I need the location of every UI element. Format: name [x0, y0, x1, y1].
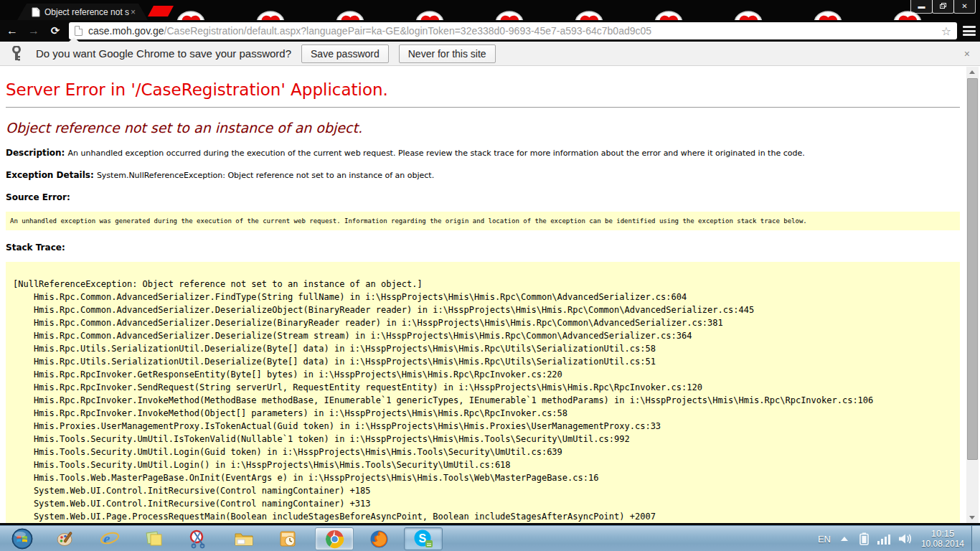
error-page: Server Error in '/CaseRegistration' Appl…: [0, 67, 980, 523]
browser-toolbar: ← → ⟳ case.moh.gov.ge/CaseRegistration/d…: [0, 20, 980, 42]
password-infobar: Do you want Google Chrome to save your p…: [0, 42, 980, 66]
chrome-icon: [325, 529, 344, 549]
infobar-close-icon[interactable]: ×: [964, 48, 970, 60]
error-subtitle: Object reference not set to an instance …: [6, 120, 958, 136]
stack-trace-label: Stack Trace:: [6, 242, 958, 253]
snipping-tool-icon: [189, 529, 209, 549]
battery-icon[interactable]: [859, 532, 869, 545]
taskbar-item-internet-explorer[interactable]: e: [90, 527, 129, 550]
infobar-pointer: [69, 37, 79, 42]
url-path: /CaseRegistration/default.aspx?languageP…: [164, 25, 652, 37]
exception-label: Exception Details:: [6, 170, 97, 180]
never-for-site-button[interactable]: Never for this site: [399, 44, 496, 63]
restore-button[interactable]: [932, 0, 954, 14]
taskbar-item-chrome-active[interactable]: [315, 527, 354, 550]
scrollbar-thumb[interactable]: [967, 78, 978, 460]
forward-icon[interactable]: →: [24, 24, 43, 37]
exception-text: System.NullReferenceException: Object re…: [97, 171, 434, 180]
taskbar-item-skype-active[interactable]: S: [404, 527, 443, 550]
address-bar[interactable]: case.moh.gov.ge/CaseRegistration/default…: [69, 22, 957, 39]
bookmark-star-icon[interactable]: ☆: [941, 24, 951, 38]
show-desktop-button[interactable]: [971, 526, 980, 551]
stack-trace-text: [NullReferenceException: Object referenc…: [13, 278, 956, 523]
language-indicator[interactable]: EN: [818, 534, 831, 545]
windows-start-icon: [11, 528, 33, 550]
sticky-notes-icon: [145, 529, 164, 548]
reload-icon[interactable]: ⟳: [46, 24, 65, 37]
taskbar: e: [0, 525, 980, 551]
paint-icon: [56, 529, 75, 548]
vertical-scrollbar[interactable]: [966, 67, 979, 523]
tab-favicon-page-icon: [32, 7, 40, 17]
url-page-icon[interactable]: [75, 26, 83, 36]
clock-date: 10.08.2014: [921, 539, 964, 550]
tab-close-icon[interactable]: ×: [131, 7, 136, 17]
source-error-box: An unhandled exception was generated dur…: [6, 212, 960, 230]
network-signal-icon[interactable]: [877, 534, 890, 545]
scroll-down-icon[interactable]: [966, 512, 979, 523]
svg-text:S: S: [419, 532, 427, 545]
key-icon: [11, 46, 22, 62]
back-icon[interactable]: ←: [3, 24, 22, 37]
taskbar-item-snipping-tool[interactable]: [179, 527, 218, 550]
start-button[interactable]: [3, 527, 42, 550]
firefox-icon: [369, 529, 389, 549]
url-text[interactable]: case.moh.gov.ge/CaseRegistration/default…: [88, 25, 941, 37]
hidden-icons-chevron-icon[interactable]: [841, 537, 848, 541]
internet-explorer-icon: e: [100, 529, 120, 548]
skype-icon: S: [413, 529, 433, 549]
window-controls: ▬ ✕: [911, 0, 976, 14]
system-tray: EN 10:15 10.08.2014: [818, 526, 980, 551]
taskbar-item-explorer[interactable]: [225, 527, 263, 550]
save-password-button[interactable]: Save password: [301, 44, 389, 63]
infobar-message: Do you want Google Chrome to save your p…: [36, 47, 291, 60]
volume-icon[interactable]: [899, 533, 913, 545]
url-domain: case.moh.gov.ge: [88, 25, 164, 37]
hearts-wallpaper: [0, 0, 980, 20]
folder-explorer-icon: [234, 530, 254, 547]
tab-title: Object reference not set to: [44, 7, 129, 17]
description-text: An unhandled exception occurred during t…: [68, 149, 805, 158]
scroll-up-icon[interactable]: [966, 67, 979, 78]
browser-tab[interactable]: Object reference not set to ×: [17, 4, 148, 20]
taskbar-item-firefox[interactable]: [359, 527, 398, 550]
tab-strip: Object reference not set to × ▬ ✕: [0, 0, 980, 20]
clock-time: 10:15: [921, 528, 964, 539]
description-line: Description: An unhandled exception occu…: [6, 148, 958, 158]
description-label: Description:: [6, 148, 68, 158]
minimize-button[interactable]: ▬: [910, 0, 933, 14]
source-error-label: Source Error:: [6, 192, 958, 202]
stack-trace-box: [NullReferenceException: Object referenc…: [6, 262, 960, 523]
taskbar-item-paint[interactable]: [46, 527, 85, 550]
close-button[interactable]: ✕: [953, 0, 976, 14]
divider: [6, 107, 960, 108]
screen: Object reference not set to × ▬ ✕ ← → ⟳ …: [0, 0, 980, 551]
chrome-menu-icon[interactable]: [963, 26, 976, 36]
taskbar-clock[interactable]: 10:15 10.08.2014: [921, 528, 964, 550]
taskbar-item-outlook[interactable]: [269, 527, 308, 550]
exception-line: Exception Details: System.NullReferenceE…: [6, 170, 958, 180]
error-title: Server Error in '/CaseRegistration' Appl…: [6, 80, 958, 99]
taskbar-item-sticky-notes[interactable]: [135, 527, 174, 550]
outlook-icon: [279, 529, 298, 548]
